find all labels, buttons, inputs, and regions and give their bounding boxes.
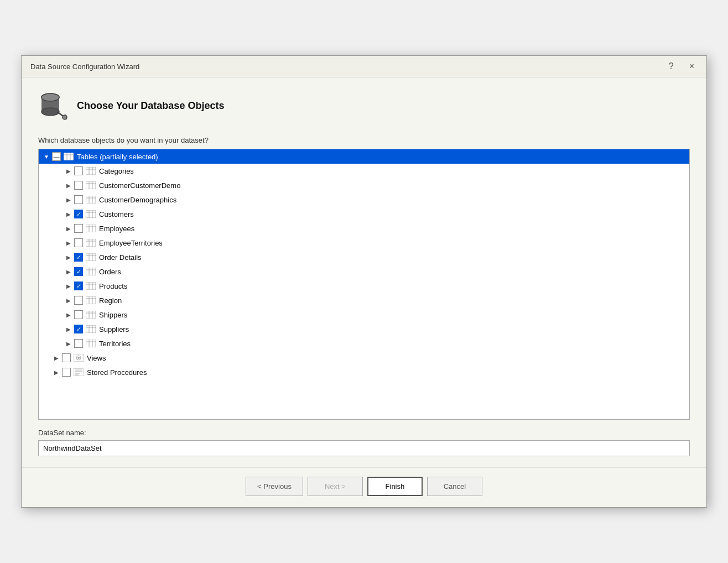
table-icon (85, 181, 96, 190)
tree-node-shippers[interactable]: ▶ Shippers (39, 307, 689, 322)
tree-node-products[interactable]: ▶✓ Products (39, 279, 689, 293)
tree-node-stored-procedures[interactable]: ▶ Stored Procedures (39, 365, 689, 379)
tree-node-territories[interactable]: ▶ Territories (39, 336, 689, 351)
checkbox-employeeterritories[interactable] (74, 238, 83, 247)
dialog-window: Data Source Configuration Wizard ? × Cho… (21, 55, 707, 508)
table-icon (85, 238, 96, 247)
tree-node-employees[interactable]: ▶ Employees (39, 221, 689, 236)
item-label: Region (99, 296, 122, 305)
svg-rect-27 (86, 225, 96, 232)
tree-node-customercustomerdemo[interactable]: ▶ CustomerCustomerDemo (39, 178, 689, 192)
expand-views-icon[interactable]: ▶ (51, 352, 62, 363)
svg-rect-7 (64, 153, 74, 160)
checkbox-suppliers[interactable]: ✓ (74, 325, 83, 333)
tree-node-customers[interactable]: ▶✓ Customers (39, 207, 689, 221)
table-icon (85, 253, 96, 262)
header-section: Choose Your Database Objects (38, 91, 690, 121)
table-icon (85, 325, 96, 333)
partial-mark: — (54, 153, 60, 160)
tree-node-categories[interactable]: ▶ Categories (39, 164, 689, 178)
help-button[interactable]: ? (665, 60, 677, 72)
close-button[interactable]: × (686, 60, 698, 72)
dataset-name-input[interactable] (38, 440, 690, 456)
tree-node-suppliers[interactable]: ▶✓ Suppliers (39, 322, 689, 336)
expand-icon[interactable]: ▶ (63, 266, 74, 277)
expand-icon[interactable]: ▶ (63, 338, 74, 349)
checkbox-shippers[interactable] (74, 310, 83, 319)
expand-icon[interactable]: ▶ (63, 223, 74, 234)
table-icon (85, 210, 96, 218)
expand-icon[interactable]: ▶ (63, 237, 74, 248)
title-bar-controls: ? × (665, 60, 698, 72)
checkbox-views[interactable] (62, 353, 71, 362)
svg-rect-35 (86, 253, 96, 261)
item-label: EmployeeTerritories (99, 239, 163, 247)
tree-container[interactable]: ▼ — Tables (partially selected) ▶ (38, 149, 690, 420)
tree-node-order-details[interactable]: ▶✓ Order Details (39, 250, 689, 264)
checkbox-sp[interactable] (62, 368, 71, 377)
expand-icon[interactable]: ▶ (63, 309, 74, 320)
table-icon (85, 267, 96, 276)
sp-label: Stored Procedures (87, 368, 147, 377)
expand-icon[interactable]: ▶ (63, 208, 74, 220)
svg-rect-39 (86, 268, 96, 275)
expand-sp-icon[interactable]: ▶ (51, 367, 62, 378)
finish-button[interactable]: Finish (367, 477, 423, 496)
checkbox-territories[interactable] (74, 339, 83, 348)
previous-button[interactable]: < Previous (246, 477, 303, 496)
item-label: CustomerCustomerDemo (99, 181, 180, 190)
checkbox-customercustomerdemo[interactable] (74, 181, 83, 190)
tree-node-employeeterritories[interactable]: ▶ EmployeeTerritories (39, 236, 689, 250)
checkbox-region[interactable] (74, 296, 83, 305)
checkbox-employees[interactable] (74, 224, 83, 233)
expand-icon[interactable]: ▶ (63, 324, 74, 335)
expand-icon[interactable]: ▶ (63, 295, 74, 306)
item-label: Employees (99, 225, 134, 233)
views-label: Views (87, 354, 106, 362)
tree-node-orders[interactable]: ▶✓ Orders (39, 264, 689, 279)
table-icon (85, 339, 96, 348)
svg-point-65 (77, 357, 80, 359)
table-icon (85, 296, 96, 305)
checkbox-categories[interactable] (74, 166, 83, 175)
tables-label: Tables (partially selected) (77, 153, 158, 161)
header-title: Choose Your Database Objects (77, 100, 224, 112)
checkbox-products[interactable]: ✓ (74, 282, 83, 290)
table-icon (85, 166, 96, 175)
expand-icon[interactable]: ▶ (63, 180, 74, 191)
item-label: Shippers (99, 311, 127, 319)
item-label: Suppliers (99, 325, 129, 333)
svg-point-3 (41, 93, 59, 101)
checkbox-tables[interactable]: — (52, 152, 61, 161)
tree-node-tables[interactable]: ▼ — Tables (partially selected) (39, 149, 689, 164)
svg-rect-31 (86, 239, 96, 247)
expand-icon[interactable]: ▶ (63, 280, 74, 291)
svg-rect-55 (86, 325, 96, 333)
svg-rect-47 (86, 296, 96, 304)
views-icon (73, 353, 84, 362)
item-label: Order Details (99, 253, 142, 262)
item-label: Customers (99, 210, 134, 218)
expand-icon[interactable]: ▶ (63, 165, 74, 176)
tree-node-region[interactable]: ▶ Region (39, 293, 689, 307)
svg-rect-43 (86, 282, 96, 290)
table-group-icon (63, 152, 74, 161)
cancel-button[interactable]: Cancel (427, 477, 482, 496)
svg-rect-11 (86, 167, 96, 175)
tree-node-customerdemographics[interactable]: ▶ CustomerDemographics (39, 192, 689, 207)
table-icon (85, 195, 96, 204)
expand-icon[interactable]: ▶ (63, 252, 74, 263)
sp-icon (73, 368, 84, 377)
table-icon (85, 224, 96, 233)
checkbox-customerdemographics[interactable] (74, 195, 83, 204)
checkbox-orders[interactable]: ✓ (74, 267, 83, 276)
svg-rect-59 (86, 340, 96, 347)
checkbox-customers[interactable]: ✓ (74, 210, 83, 218)
question-label: Which database objects do you want in yo… (38, 136, 690, 144)
expand-icon[interactable]: ▶ (63, 194, 74, 205)
expand-tables-icon[interactable]: ▼ (41, 151, 52, 162)
checkbox-order-details[interactable]: ✓ (74, 253, 83, 262)
item-label: Products (99, 282, 127, 290)
item-label: Orders (99, 268, 121, 276)
tree-node-views[interactable]: ▶ Views (39, 351, 689, 365)
